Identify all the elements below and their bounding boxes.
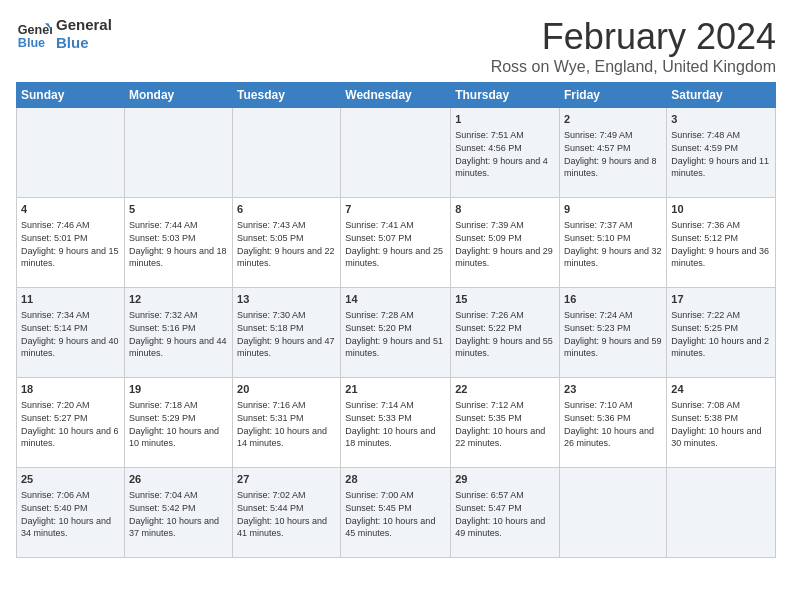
day-info: Sunrise: 7:12 AM Sunset: 5:35 PM Dayligh… [455, 399, 555, 449]
calendar-cell: 8Sunrise: 7:39 AM Sunset: 5:09 PM Daylig… [451, 198, 560, 288]
day-number: 17 [671, 292, 771, 307]
day-info: Sunrise: 7:51 AM Sunset: 4:56 PM Dayligh… [455, 129, 555, 179]
day-info: Sunrise: 7:08 AM Sunset: 5:38 PM Dayligh… [671, 399, 771, 449]
day-info: Sunrise: 7:20 AM Sunset: 5:27 PM Dayligh… [21, 399, 120, 449]
day-number: 27 [237, 472, 336, 487]
calendar-cell: 22Sunrise: 7:12 AM Sunset: 5:35 PM Dayli… [451, 378, 560, 468]
header-sunday: Sunday [17, 83, 125, 108]
logo-line1: General [56, 16, 112, 34]
calendar-cell [560, 468, 667, 558]
logo-icon: General Blue [16, 16, 52, 52]
calendar-cell: 16Sunrise: 7:24 AM Sunset: 5:23 PM Dayli… [560, 288, 667, 378]
day-number: 8 [455, 202, 555, 217]
header-saturday: Saturday [667, 83, 776, 108]
calendar-header-row: SundayMondayTuesdayWednesdayThursdayFrid… [17, 83, 776, 108]
calendar-week-row: 4Sunrise: 7:46 AM Sunset: 5:01 PM Daylig… [17, 198, 776, 288]
day-info: Sunrise: 7:32 AM Sunset: 5:16 PM Dayligh… [129, 309, 228, 359]
calendar-cell: 27Sunrise: 7:02 AM Sunset: 5:44 PM Dayli… [233, 468, 341, 558]
day-number: 10 [671, 202, 771, 217]
day-info: Sunrise: 7:04 AM Sunset: 5:42 PM Dayligh… [129, 489, 228, 539]
day-info: Sunrise: 7:28 AM Sunset: 5:20 PM Dayligh… [345, 309, 446, 359]
day-info: Sunrise: 7:30 AM Sunset: 5:18 PM Dayligh… [237, 309, 336, 359]
calendar-week-row: 25Sunrise: 7:06 AM Sunset: 5:40 PM Dayli… [17, 468, 776, 558]
day-number: 23 [564, 382, 662, 397]
day-number: 7 [345, 202, 446, 217]
day-number: 6 [237, 202, 336, 217]
calendar-cell: 18Sunrise: 7:20 AM Sunset: 5:27 PM Dayli… [17, 378, 125, 468]
day-number: 28 [345, 472, 446, 487]
calendar-cell: 24Sunrise: 7:08 AM Sunset: 5:38 PM Dayli… [667, 378, 776, 468]
day-info: Sunrise: 7:37 AM Sunset: 5:10 PM Dayligh… [564, 219, 662, 269]
calendar-week-row: 18Sunrise: 7:20 AM Sunset: 5:27 PM Dayli… [17, 378, 776, 468]
day-number: 29 [455, 472, 555, 487]
calendar-cell: 28Sunrise: 7:00 AM Sunset: 5:45 PM Dayli… [341, 468, 451, 558]
day-number: 9 [564, 202, 662, 217]
calendar-cell [124, 108, 232, 198]
day-info: Sunrise: 7:39 AM Sunset: 5:09 PM Dayligh… [455, 219, 555, 269]
calendar-cell [667, 468, 776, 558]
day-info: Sunrise: 7:18 AM Sunset: 5:29 PM Dayligh… [129, 399, 228, 449]
day-info: Sunrise: 6:57 AM Sunset: 5:47 PM Dayligh… [455, 489, 555, 539]
day-number: 13 [237, 292, 336, 307]
day-number: 18 [21, 382, 120, 397]
calendar-cell: 21Sunrise: 7:14 AM Sunset: 5:33 PM Dayli… [341, 378, 451, 468]
day-number: 11 [21, 292, 120, 307]
day-info: Sunrise: 7:48 AM Sunset: 4:59 PM Dayligh… [671, 129, 771, 179]
day-number: 19 [129, 382, 228, 397]
day-info: Sunrise: 7:24 AM Sunset: 5:23 PM Dayligh… [564, 309, 662, 359]
page-header: General Blue General Blue February 2024 … [16, 16, 776, 76]
location-subtitle: Ross on Wye, England, United Kingdom [491, 58, 776, 76]
calendar-cell [17, 108, 125, 198]
calendar-cell: 3Sunrise: 7:48 AM Sunset: 4:59 PM Daylig… [667, 108, 776, 198]
day-info: Sunrise: 7:14 AM Sunset: 5:33 PM Dayligh… [345, 399, 446, 449]
svg-text:Blue: Blue [18, 36, 45, 50]
calendar-cell [233, 108, 341, 198]
day-info: Sunrise: 7:02 AM Sunset: 5:44 PM Dayligh… [237, 489, 336, 539]
day-info: Sunrise: 7:00 AM Sunset: 5:45 PM Dayligh… [345, 489, 446, 539]
title-area: February 2024 Ross on Wye, England, Unit… [491, 16, 776, 76]
header-wednesday: Wednesday [341, 83, 451, 108]
day-info: Sunrise: 7:44 AM Sunset: 5:03 PM Dayligh… [129, 219, 228, 269]
day-info: Sunrise: 7:43 AM Sunset: 5:05 PM Dayligh… [237, 219, 336, 269]
day-number: 4 [21, 202, 120, 217]
calendar-cell: 2Sunrise: 7:49 AM Sunset: 4:57 PM Daylig… [560, 108, 667, 198]
calendar-cell: 19Sunrise: 7:18 AM Sunset: 5:29 PM Dayli… [124, 378, 232, 468]
calendar-cell: 13Sunrise: 7:30 AM Sunset: 5:18 PM Dayli… [233, 288, 341, 378]
day-number: 15 [455, 292, 555, 307]
calendar-week-row: 11Sunrise: 7:34 AM Sunset: 5:14 PM Dayli… [17, 288, 776, 378]
calendar-table: SundayMondayTuesdayWednesdayThursdayFrid… [16, 82, 776, 558]
day-info: Sunrise: 7:16 AM Sunset: 5:31 PM Dayligh… [237, 399, 336, 449]
day-number: 1 [455, 112, 555, 127]
header-monday: Monday [124, 83, 232, 108]
month-title: February 2024 [491, 16, 776, 58]
calendar-cell: 20Sunrise: 7:16 AM Sunset: 5:31 PM Dayli… [233, 378, 341, 468]
day-info: Sunrise: 7:10 AM Sunset: 5:36 PM Dayligh… [564, 399, 662, 449]
calendar-cell: 7Sunrise: 7:41 AM Sunset: 5:07 PM Daylig… [341, 198, 451, 288]
calendar-cell: 17Sunrise: 7:22 AM Sunset: 5:25 PM Dayli… [667, 288, 776, 378]
calendar-cell: 12Sunrise: 7:32 AM Sunset: 5:16 PM Dayli… [124, 288, 232, 378]
day-number: 12 [129, 292, 228, 307]
day-number: 25 [21, 472, 120, 487]
logo: General Blue General Blue [16, 16, 112, 52]
day-info: Sunrise: 7:22 AM Sunset: 5:25 PM Dayligh… [671, 309, 771, 359]
day-number: 3 [671, 112, 771, 127]
day-number: 24 [671, 382, 771, 397]
day-number: 5 [129, 202, 228, 217]
day-info: Sunrise: 7:06 AM Sunset: 5:40 PM Dayligh… [21, 489, 120, 539]
calendar-cell [341, 108, 451, 198]
calendar-cell: 11Sunrise: 7:34 AM Sunset: 5:14 PM Dayli… [17, 288, 125, 378]
day-info: Sunrise: 7:46 AM Sunset: 5:01 PM Dayligh… [21, 219, 120, 269]
day-number: 16 [564, 292, 662, 307]
header-friday: Friday [560, 83, 667, 108]
day-info: Sunrise: 7:34 AM Sunset: 5:14 PM Dayligh… [21, 309, 120, 359]
day-number: 26 [129, 472, 228, 487]
day-info: Sunrise: 7:41 AM Sunset: 5:07 PM Dayligh… [345, 219, 446, 269]
calendar-cell: 1Sunrise: 7:51 AM Sunset: 4:56 PM Daylig… [451, 108, 560, 198]
day-number: 2 [564, 112, 662, 127]
day-number: 21 [345, 382, 446, 397]
calendar-cell: 26Sunrise: 7:04 AM Sunset: 5:42 PM Dayli… [124, 468, 232, 558]
calendar-cell: 29Sunrise: 6:57 AM Sunset: 5:47 PM Dayli… [451, 468, 560, 558]
day-number: 22 [455, 382, 555, 397]
day-info: Sunrise: 7:36 AM Sunset: 5:12 PM Dayligh… [671, 219, 771, 269]
calendar-cell: 14Sunrise: 7:28 AM Sunset: 5:20 PM Dayli… [341, 288, 451, 378]
